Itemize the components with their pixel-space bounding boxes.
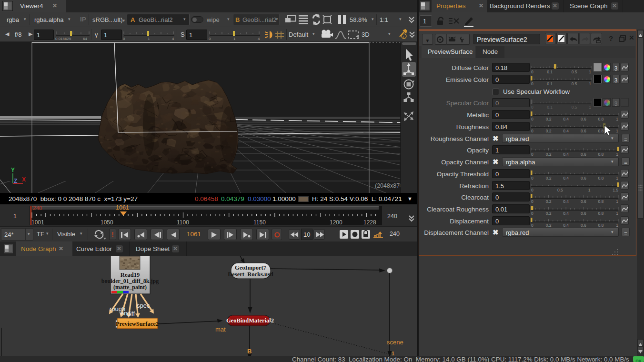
- svg-text:0.4: 0.4: [563, 199, 569, 203]
- svg-text:0: 0: [531, 176, 533, 180]
- svg-text:1: 1: [589, 70, 591, 74]
- svg-text:1: 1: [233, 37, 236, 41]
- svg-text:1: 1: [616, 223, 618, 227]
- svg-text:PreviewSurface2: PreviewSurface2: [116, 321, 159, 327]
- svg-text:4: 4: [258, 37, 260, 41]
- svg-text:0.6: 0.6: [581, 199, 586, 203]
- svg-text:Z: Z: [14, 178, 17, 184]
- svg-text:0.2: 0.2: [546, 176, 552, 180]
- svg-text:0.5: 0.5: [572, 70, 577, 74]
- svg-text:1: 1: [616, 211, 618, 215]
- svg-text:0.6: 0.6: [581, 211, 586, 215]
- svg-text:0: 0: [531, 152, 533, 156]
- svg-text:0: 0: [531, 223, 533, 227]
- svg-text:0: 0: [531, 70, 533, 74]
- svg-text:spec: spec: [137, 302, 150, 309]
- svg-text:0.8: 0.8: [598, 117, 604, 121]
- svg-text:0.015625: 0.015625: [55, 37, 71, 41]
- svg-text:GeoImport7: GeoImport7: [235, 264, 266, 271]
- svg-text:(2048x870: (2048x870: [375, 182, 403, 189]
- svg-text:0.4: 0.4: [563, 117, 569, 121]
- svg-text:0.4: 0.4: [563, 152, 569, 156]
- svg-text:1: 1: [589, 81, 591, 86]
- svg-text:0.6: 0.6: [581, 129, 586, 133]
- svg-text:0.2: 0.2: [546, 199, 552, 203]
- svg-text:0.5: 0.5: [557, 188, 563, 192]
- svg-text:0.2: 0.2: [546, 223, 552, 227]
- svg-text:Y: Y: [11, 167, 15, 173]
- svg-text:0.5: 0.5: [572, 105, 577, 109]
- svg-text:1: 1: [616, 176, 618, 180]
- svg-text:4: 4: [172, 37, 174, 41]
- svg-text:0.4: 0.4: [563, 223, 569, 227]
- svg-text:0.6: 0.6: [581, 117, 586, 121]
- svg-text:0.2: 0.2: [546, 152, 552, 156]
- svg-text:0: 0: [531, 129, 533, 133]
- svg-text:1.5: 1.5: [613, 188, 618, 192]
- svg-text:1: 1: [616, 117, 618, 121]
- svg-text:0: 0: [531, 188, 533, 192]
- svg-text:Desert_Rocks.usd: Desert_Rocks.usd: [228, 271, 273, 278]
- svg-text:0.4: 0.4: [563, 176, 569, 180]
- svg-text:0.8: 0.8: [598, 176, 604, 180]
- svg-text:0: 0: [531, 105, 533, 109]
- svg-text:0.2: 0.2: [546, 129, 552, 133]
- svg-text:scene: scene: [387, 339, 403, 346]
- svg-text:mat: mat: [215, 326, 226, 333]
- svg-text:1: 1: [616, 129, 618, 133]
- svg-text:1: 1: [392, 351, 394, 356]
- svg-text:X: X: [22, 176, 26, 183]
- svg-text:0: 0: [123, 37, 125, 41]
- svg-text:1: 1: [589, 105, 591, 109]
- svg-text:0: 0: [531, 81, 533, 86]
- svg-text:0: 0: [531, 199, 533, 203]
- svg-text:0.6: 0.6: [581, 176, 586, 180]
- svg-text:64: 64: [83, 37, 87, 41]
- svg-text:1: 1: [148, 37, 150, 41]
- svg-text:1: 1: [588, 188, 591, 192]
- svg-text:Read19: Read19: [121, 272, 140, 278]
- svg-text:boulder_01_diff_8k.jpg: boulder_01_diff_8k.jpg: [101, 278, 159, 284]
- svg-text:0.1: 0.1: [547, 105, 553, 109]
- svg-text:0.8: 0.8: [598, 199, 604, 203]
- svg-text:0.6: 0.6: [581, 223, 586, 227]
- svg-text:0: 0: [209, 37, 211, 41]
- svg-text:0.1: 0.1: [547, 81, 553, 86]
- svg-text:1: 1: [616, 152, 618, 156]
- svg-text:0.5: 0.5: [572, 81, 577, 86]
- svg-text:1: 1: [616, 199, 618, 203]
- svg-text:0.8: 0.8: [598, 152, 604, 156]
- svg-text:0: 0: [531, 211, 533, 215]
- svg-text:0.2: 0.2: [546, 117, 552, 121]
- svg-text:0.8: 0.8: [598, 223, 604, 227]
- svg-text:0.4: 0.4: [563, 129, 569, 133]
- svg-text:0.4: 0.4: [563, 211, 569, 215]
- svg-text:0.1: 0.1: [547, 70, 553, 74]
- svg-text:i: i: [403, 35, 404, 39]
- svg-text:0: 0: [531, 117, 533, 121]
- svg-text:(matte_paint): (matte_paint): [113, 284, 147, 291]
- svg-text:0.6: 0.6: [581, 152, 586, 156]
- svg-text:0.8: 0.8: [598, 211, 604, 215]
- svg-text:GeoBindMaterial2: GeoBindMaterial2: [226, 317, 274, 324]
- svg-text:B: B: [247, 348, 252, 355]
- svg-text:0.2: 0.2: [546, 211, 552, 215]
- svg-text:diff: diff: [127, 310, 135, 317]
